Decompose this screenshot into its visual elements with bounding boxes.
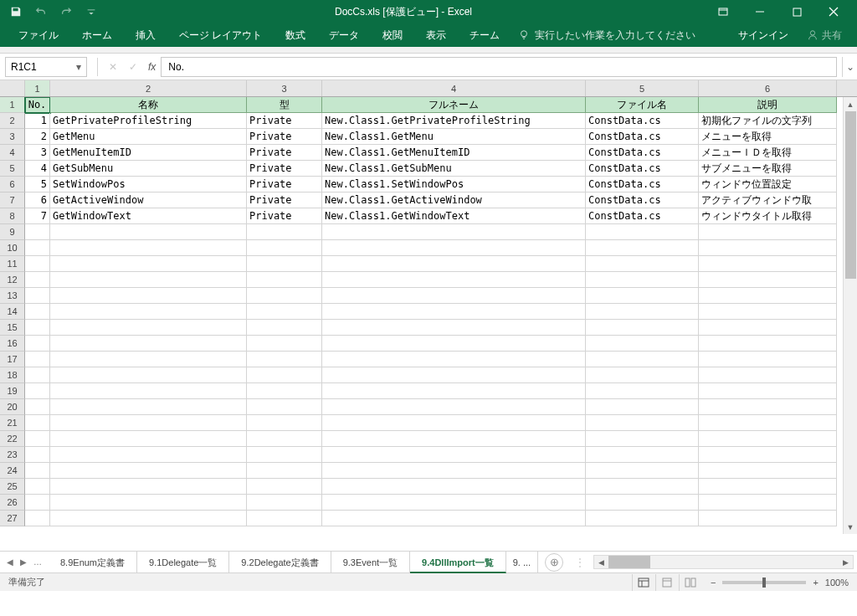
- cell[interactable]: [25, 224, 50, 240]
- cell[interactable]: [50, 240, 247, 256]
- cell[interactable]: [699, 479, 837, 495]
- select-all-corner[interactable]: [0, 80, 25, 96]
- ribbon-tab-0[interactable]: ファイル: [7, 23, 70, 47]
- cell[interactable]: [50, 367, 247, 383]
- cell[interactable]: [699, 304, 837, 320]
- cell[interactable]: ファイル名: [586, 97, 699, 113]
- row-header-15[interactable]: 15: [0, 320, 25, 336]
- row-header-14[interactable]: 14: [0, 304, 25, 320]
- ribbon-tab-6[interactable]: 校閲: [371, 23, 414, 47]
- cell[interactable]: [50, 479, 247, 495]
- cell[interactable]: [699, 447, 837, 463]
- row-header-22[interactable]: 22: [0, 431, 25, 447]
- row-header-7[interactable]: 7: [0, 192, 25, 208]
- row-header-25[interactable]: 25: [0, 479, 25, 495]
- ribbon-tab-7[interactable]: 表示: [414, 23, 458, 47]
- cell[interactable]: [247, 288, 322, 304]
- cell[interactable]: [50, 352, 247, 367]
- cell[interactable]: [699, 320, 837, 336]
- cell[interactable]: [322, 352, 586, 367]
- cell[interactable]: [586, 431, 699, 447]
- cell[interactable]: [50, 304, 247, 320]
- cell[interactable]: サブメニューを取得: [699, 161, 837, 177]
- col-header-1[interactable]: 1: [25, 80, 50, 96]
- cell[interactable]: [699, 256, 837, 272]
- cell[interactable]: [586, 288, 699, 304]
- ribbon-tab-4[interactable]: 数式: [274, 23, 317, 47]
- cell[interactable]: [25, 383, 50, 399]
- cell[interactable]: [50, 336, 247, 352]
- cell[interactable]: Private: [247, 145, 322, 161]
- page-break-view-button[interactable]: [679, 574, 702, 591]
- scroll-left-button[interactable]: ◀: [594, 558, 608, 567]
- cell[interactable]: [322, 367, 586, 383]
- cell[interactable]: ConstData.cs: [586, 145, 699, 161]
- cell[interactable]: [25, 463, 50, 479]
- ribbon-tab-3[interactable]: ページ レイアウト: [167, 23, 274, 47]
- row-header-5[interactable]: 5: [0, 161, 25, 177]
- cell[interactable]: [25, 399, 50, 415]
- cell[interactable]: [25, 431, 50, 447]
- cell[interactable]: [699, 288, 837, 304]
- cell[interactable]: [586, 367, 699, 383]
- cell[interactable]: [25, 240, 50, 256]
- cell[interactable]: [586, 272, 699, 288]
- cell[interactable]: [50, 383, 247, 399]
- cell[interactable]: [699, 431, 837, 447]
- cell[interactable]: GetSubMenu: [50, 161, 247, 177]
- cell[interactable]: [247, 415, 322, 431]
- cell[interactable]: [699, 272, 837, 288]
- cell[interactable]: [586, 399, 699, 415]
- cell[interactable]: [247, 320, 322, 336]
- ribbon-tab-5[interactable]: データ: [317, 23, 371, 47]
- row-header-13[interactable]: 13: [0, 288, 25, 304]
- tell-me[interactable]: 実行したい作業を入力してください: [518, 28, 695, 43]
- col-header-2[interactable]: 2: [50, 80, 247, 96]
- ribbon-tab-1[interactable]: ホーム: [70, 23, 124, 47]
- cell[interactable]: No.: [25, 97, 50, 113]
- zoom-in-button[interactable]: +: [813, 578, 818, 588]
- cell[interactable]: [322, 479, 586, 495]
- cell[interactable]: アクティブウィンドウ取: [699, 192, 837, 208]
- cell[interactable]: [699, 383, 837, 399]
- sign-in-button[interactable]: サインイン: [728, 28, 798, 43]
- cell[interactable]: New.Class1.GetMenuItemID: [322, 145, 586, 161]
- row-header-20[interactable]: 20: [0, 399, 25, 415]
- cell[interactable]: [322, 447, 586, 463]
- cell[interactable]: [586, 336, 699, 352]
- col-header-5[interactable]: 5: [586, 80, 699, 96]
- cell[interactable]: [322, 495, 586, 511]
- cell[interactable]: 3: [25, 145, 50, 161]
- cell[interactable]: Private: [247, 129, 322, 145]
- scroll-up-button[interactable]: ▲: [844, 97, 857, 111]
- cell[interactable]: [322, 399, 586, 415]
- cell[interactable]: [322, 511, 586, 526]
- cell[interactable]: Private: [247, 161, 322, 177]
- cell[interactable]: 型: [247, 97, 322, 113]
- share-button[interactable]: 共有: [798, 28, 850, 43]
- cell[interactable]: [322, 336, 586, 352]
- cell[interactable]: New.Class1.GetSubMenu: [322, 161, 586, 177]
- cell[interactable]: [322, 463, 586, 479]
- row-header-26[interactable]: 26: [0, 495, 25, 511]
- row-header-21[interactable]: 21: [0, 415, 25, 431]
- cell[interactable]: [586, 511, 699, 526]
- zoom-out-button[interactable]: −: [711, 578, 716, 588]
- cell[interactable]: メニューＩＤを取得: [699, 145, 837, 161]
- cell[interactable]: GetMenu: [50, 129, 247, 145]
- ribbon-tab-8[interactable]: チーム: [458, 23, 511, 47]
- cell[interactable]: [322, 415, 586, 431]
- cell[interactable]: GetWindowText: [50, 208, 247, 224]
- cell[interactable]: [25, 352, 50, 367]
- row-header-8[interactable]: 8: [0, 208, 25, 224]
- maximize-button[interactable]: [778, 0, 815, 23]
- formula-input[interactable]: No.: [161, 57, 837, 77]
- cell[interactable]: GetMenuItemID: [50, 145, 247, 161]
- cell[interactable]: 6: [25, 192, 50, 208]
- row-header-10[interactable]: 10: [0, 240, 25, 256]
- row-header-18[interactable]: 18: [0, 367, 25, 383]
- zoom-slider[interactable]: [722, 581, 806, 584]
- cell[interactable]: [322, 288, 586, 304]
- cell[interactable]: [586, 463, 699, 479]
- cell[interactable]: [699, 336, 837, 352]
